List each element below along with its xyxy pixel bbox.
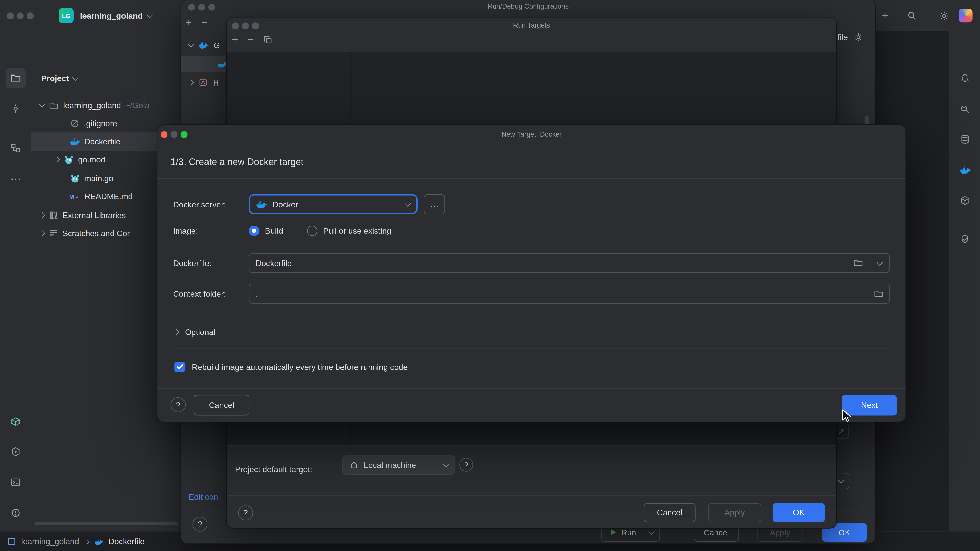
folder-icon[interactable] <box>874 289 884 299</box>
add-target-button[interactable]: + <box>232 35 238 45</box>
tree-item-label: README.md <box>84 192 133 201</box>
search-everywhere-button[interactable] <box>903 7 921 24</box>
scratches-icon <box>49 229 58 238</box>
rebuild-checkbox[interactable] <box>174 362 185 372</box>
tool-build-button[interactable] <box>7 413 24 430</box>
cancel-button[interactable]: Cancel <box>194 395 249 416</box>
project-panel-title: Project <box>41 73 69 83</box>
tree-item-label: main.go <box>84 174 113 183</box>
help-button[interactable]: ? <box>192 516 207 532</box>
tool-commit-button[interactable] <box>7 100 24 118</box>
docker-icon <box>94 537 103 546</box>
context-folder-field[interactable]: . <box>249 284 890 303</box>
help-button[interactable]: ? <box>171 397 186 413</box>
search-lines-icon <box>960 104 970 114</box>
library-icon <box>49 210 58 220</box>
chevron-down-icon <box>877 259 883 265</box>
structure-icon <box>11 143 21 153</box>
rebuild-checkbox-label: Rebuild image automatically every time b… <box>192 362 408 372</box>
settings-button[interactable] <box>935 7 953 24</box>
config-tree-group-docker[interactable]: G <box>189 38 220 52</box>
project-switcher[interactable]: learning_goland <box>80 11 152 21</box>
dockerfile-field[interactable]: Dockerfile <box>249 253 890 273</box>
store-as-file-row[interactable]: file <box>838 32 863 42</box>
divider <box>227 495 836 496</box>
rebuild-checkbox-row[interactable]: Rebuild image automatically every time b… <box>174 361 408 372</box>
activity-bar-right <box>949 31 980 531</box>
window-controls[interactable] <box>7 13 34 19</box>
default-target-combo[interactable]: Local machine <box>342 455 455 475</box>
notifications-button[interactable] <box>956 69 974 87</box>
shield-icon <box>960 234 970 244</box>
commit-icon <box>11 104 21 114</box>
zoom-button[interactable] <box>27 13 34 19</box>
tree-item-root[interactable]: learning_goland ~/Gola <box>31 96 181 114</box>
close-button[interactable] <box>7 13 14 19</box>
folder-icon <box>10 73 21 84</box>
window-title: Run Targets <box>227 21 836 29</box>
default-target-value: Local machine <box>364 460 416 470</box>
radio-build[interactable] <box>249 225 259 236</box>
gear-icon[interactable] <box>853 32 863 42</box>
tool-project-button[interactable] <box>6 68 25 88</box>
chevron-down-icon <box>405 200 411 206</box>
user-avatar[interactable] <box>959 9 973 22</box>
copy-icon[interactable] <box>263 35 272 44</box>
optional-toggle[interactable]: Optional <box>174 326 215 337</box>
config-tree-group-2[interactable]: H <box>189 75 219 90</box>
optional-label: Optional <box>185 327 215 337</box>
minimize-button[interactable] <box>17 13 24 19</box>
tool-structure-button[interactable] <box>7 139 24 157</box>
tool-terminal-button[interactable] <box>7 473 24 491</box>
help-button[interactable]: ? <box>238 505 253 520</box>
add-button[interactable]: + <box>876 7 894 24</box>
tool-services-button[interactable] <box>7 443 24 460</box>
docker-server-value: Docker <box>272 200 298 209</box>
markdown-icon: M <box>68 192 80 202</box>
ok-button[interactable]: OK <box>773 503 825 522</box>
dockerfile-dropdown-button[interactable] <box>869 254 889 272</box>
window-icon <box>7 537 16 545</box>
chevron-down-icon <box>147 12 153 18</box>
divider <box>158 388 905 389</box>
tool-problems-button[interactable] <box>7 504 24 522</box>
docker-icon <box>256 199 267 210</box>
tool-database-button[interactable] <box>956 130 974 148</box>
edit-templates-link[interactable]: Edit con <box>189 492 218 502</box>
default-target-help-button[interactable]: ? <box>460 458 473 472</box>
go-icon <box>70 173 80 183</box>
more-tools-button[interactable]: ⋯ <box>7 170 24 187</box>
template-icon <box>199 78 207 87</box>
config-tree-label: H <box>213 78 219 87</box>
open-new-icon: ↗ <box>838 427 845 435</box>
remove-target-button[interactable]: − <box>248 35 254 45</box>
window-title: Run/Debug Configurations <box>181 3 875 10</box>
radio-pull-label[interactable]: Pull or use existing <box>323 226 391 235</box>
run-button-label: Run <box>621 527 636 537</box>
tool-containers-button[interactable] <box>956 192 974 210</box>
add-configuration-button[interactable]: + <box>185 17 191 28</box>
remove-configuration-button[interactable]: − <box>201 17 207 28</box>
browse-server-button[interactable]: … <box>424 194 445 214</box>
home-icon <box>349 460 359 470</box>
radio-build-label[interactable]: Build <box>265 226 283 235</box>
radio-dot <box>252 228 256 233</box>
folder-icon[interactable] <box>853 258 863 268</box>
project-panel-header[interactable]: Project <box>41 70 78 86</box>
tree-item-label: External Libraries <box>62 210 126 220</box>
horizontal-scrollbar[interactable] <box>35 522 178 525</box>
config-tree-selected-row[interactable] <box>181 56 227 73</box>
apply-button[interactable]: Apply <box>708 503 761 522</box>
tool-docker-button[interactable] <box>956 161 974 179</box>
divider <box>173 348 890 348</box>
cancel-button[interactable]: Cancel <box>644 503 695 522</box>
find-tool-button[interactable] <box>956 100 974 118</box>
radio-pull[interactable] <box>307 225 318 236</box>
breadcrumb-project[interactable]: learning_goland <box>21 537 79 546</box>
breadcrumb-file[interactable]: Dockerfile <box>108 537 145 546</box>
project-switcher-label: learning_goland <box>80 11 143 21</box>
tool-security-button[interactable] <box>956 230 974 248</box>
chevron-right-icon <box>39 230 45 237</box>
docker-server-combo[interactable]: Docker <box>249 194 417 214</box>
chevron-down-icon <box>72 74 78 80</box>
